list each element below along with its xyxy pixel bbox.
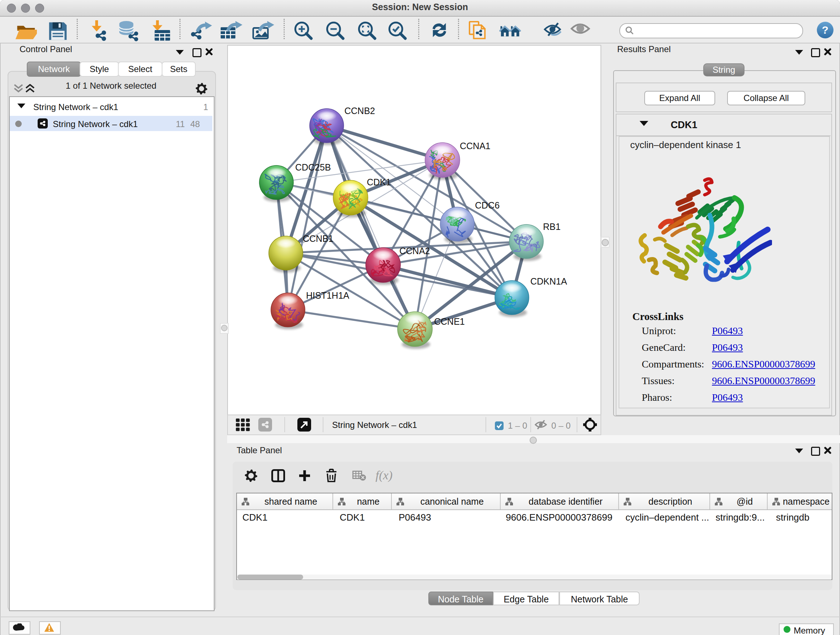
svg-text:CDKN1A: CDKN1A [531, 276, 567, 287]
svg-text:CCNB1: CCNB1 [303, 233, 333, 244]
svg-text:CDC6: CDC6 [475, 200, 500, 211]
svg-text:CCNB2: CCNB2 [344, 106, 375, 116]
svg-text:CDC25B: CDC25B [295, 162, 331, 172]
svg-text:RB1: RB1 [543, 222, 561, 232]
svg-text:CCNA1: CCNA1 [460, 141, 491, 151]
svg-text:CDK1: CDK1 [367, 177, 391, 187]
svg-text:CCNA2: CCNA2 [399, 246, 430, 256]
svg-text:HIST1H1A: HIST1H1A [306, 290, 349, 301]
svg-text:CCNE1: CCNE1 [434, 317, 465, 326]
